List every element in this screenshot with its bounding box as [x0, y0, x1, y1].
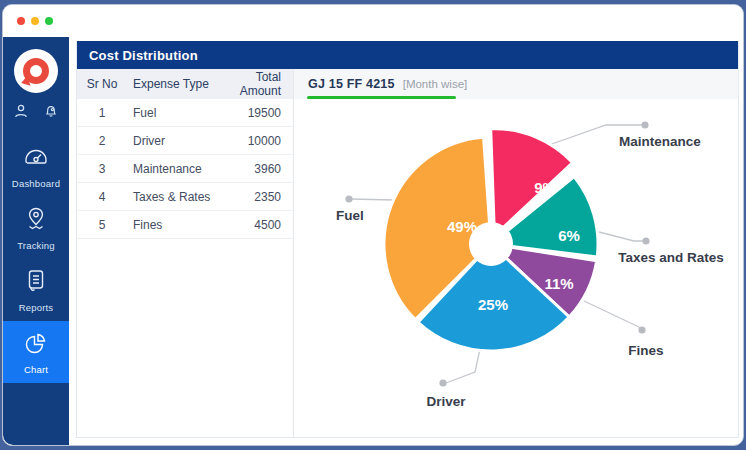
minimize-window-button[interactable]: [31, 17, 39, 25]
expense-table: Sr No Expense Type Total Amount 1Fuel195…: [77, 69, 294, 437]
leader-dot: [642, 237, 649, 244]
sidebar-item-reports[interactable]: Reports: [3, 259, 69, 321]
sidebar-item-label: Dashboard: [12, 178, 60, 189]
callout-label-maintenance: Maintenance: [600, 132, 720, 153]
table-header-row: Sr No Expense Type Total Amount: [77, 69, 293, 99]
cell-expense-type: Driver: [127, 134, 223, 148]
page-title: Cost Distribution: [77, 41, 738, 69]
pie-chart-icon: [23, 330, 49, 360]
sidebar-item-label: Tracking: [17, 240, 55, 251]
vehicle-number-label: GJ 15 FF 4215: [308, 77, 395, 91]
leader-line: [599, 232, 643, 241]
sidebar-nav: DashboardTrackingReportsChart: [3, 137, 69, 383]
leader-line: [582, 300, 641, 328]
sidebar-item-tracking[interactable]: Tracking: [3, 197, 69, 259]
table-row: 4Taxes & Rates2350: [77, 183, 293, 211]
notification-bell-icon[interactable]: [43, 103, 59, 123]
slice-percent-label: 25%: [478, 296, 508, 313]
main-panel: Cost Distribution Sr No Expense Type Tot…: [76, 41, 739, 438]
table-row: 2Driver10000: [77, 127, 293, 155]
col-header-type: Expense Type: [127, 77, 223, 91]
cell-expense-type: Fines: [127, 218, 223, 232]
chart-tab[interactable]: GJ 15 FF 4215 [Month wise]: [294, 69, 738, 99]
sidebar-item-dashboard[interactable]: Dashboard: [3, 137, 69, 197]
app-logo[interactable]: [14, 49, 58, 93]
sidebar-item-label: Chart: [24, 364, 48, 375]
cell-amount: 19500: [223, 106, 293, 120]
cell-amount: 4500: [223, 218, 293, 232]
callout-label-fuel: Fuel: [310, 206, 390, 227]
cell-srno: 5: [77, 218, 127, 232]
callout-label-fines: Fines: [606, 341, 686, 362]
cell-expense-type: Fuel: [127, 106, 223, 120]
cell-amount: 3960: [223, 162, 293, 176]
sidebar-item-chart[interactable]: Chart: [3, 321, 69, 383]
col-header-srno: Sr No: [77, 77, 127, 91]
speedometer-icon: [23, 146, 49, 174]
table-row: 5Fines4500: [77, 211, 293, 239]
slice-percent-label: 9%: [534, 179, 556, 196]
slice-percent-label: 6%: [558, 227, 580, 244]
cell-srno: 3: [77, 162, 127, 176]
slice-percent-label: 49%: [447, 218, 477, 235]
cell-srno: 1: [77, 106, 127, 120]
report-doc-icon: [24, 268, 48, 298]
app-screenshot: { "window": { "traffic_lights": { "close…: [0, 0, 746, 450]
month-wise-tag: [Month wise]: [403, 78, 468, 90]
location-pin-icon: [24, 206, 48, 236]
col-header-amount: Total Amount: [223, 70, 293, 98]
leader-dot: [439, 379, 446, 386]
cell-amount: 10000: [223, 134, 293, 148]
cell-srno: 2: [77, 134, 127, 148]
leader-dot: [345, 195, 352, 202]
cell-expense-type: Maintenance: [127, 162, 223, 176]
pie-chart: 9%6%11%25%49%MaintenanceTaxes and RatesF…: [294, 99, 738, 437]
sidebar-item-label: Reports: [19, 302, 54, 313]
app-window: DashboardTrackingReportsChart Cost Distr…: [2, 4, 744, 446]
slice-percent-label: 11%: [544, 275, 573, 292]
sidebar: DashboardTrackingReportsChart: [3, 37, 69, 445]
window-titlebar: [3, 5, 743, 37]
chart-pane: GJ 15 FF 4215 [Month wise] 9%6%11%25%49%…: [294, 69, 738, 437]
table-row: 3Maintenance3960: [77, 155, 293, 183]
traffic-lights: [17, 17, 53, 25]
zoom-window-button[interactable]: [45, 17, 53, 25]
callout-label-driver: Driver: [406, 392, 486, 413]
cell-expense-type: Taxes & Rates: [127, 190, 223, 204]
callout-label-taxes-and-rates: Taxes and Rates: [612, 248, 730, 269]
cell-srno: 4: [77, 190, 127, 204]
table-row: 1Fuel19500: [77, 99, 293, 127]
leader-dot: [638, 326, 645, 333]
close-window-button[interactable]: [17, 17, 25, 25]
leader-dot: [641, 121, 648, 128]
user-icon[interactable]: [13, 103, 29, 123]
cell-amount: 2350: [223, 190, 293, 204]
